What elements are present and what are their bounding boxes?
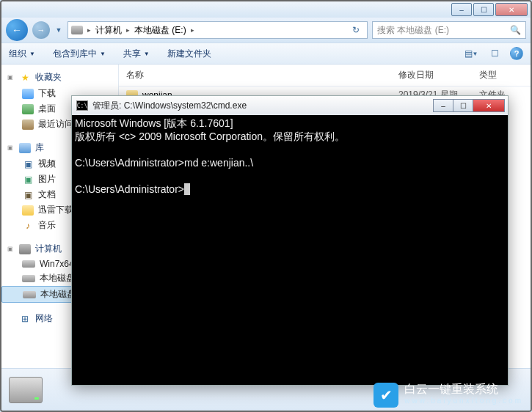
chevron-down-icon: ▼ bbox=[144, 51, 150, 57]
nav-history-dropdown[interactable]: ▼ bbox=[54, 19, 63, 41]
drive-icon bbox=[23, 291, 36, 298]
nav-back-button[interactable]: ← bbox=[6, 19, 28, 41]
cmd-window: C:\ 管理员: C:\Windows\system32\cmd.exe – ☐… bbox=[71, 95, 509, 386]
cmd-icon: C:\ bbox=[76, 100, 88, 111]
drive-large-icon bbox=[9, 377, 43, 403]
view-options-button[interactable]: ▤ ▼ bbox=[463, 46, 479, 61]
watermark-url: www.baiyunxitong.com bbox=[404, 395, 523, 407]
close-button[interactable]: ✕ bbox=[495, 3, 528, 16]
cmd-output[interactable]: Microsoft Windows [版本 6.1.7601] 版权所有 <c>… bbox=[72, 115, 508, 385]
video-icon: ▣ bbox=[22, 159, 34, 169]
cmd-maximize-button[interactable]: ☐ bbox=[453, 99, 473, 112]
star-icon: ★ bbox=[19, 73, 31, 83]
cmd-minimize-button[interactable]: – bbox=[433, 99, 453, 112]
folder-icon bbox=[22, 205, 34, 216]
organize-menu[interactable]: 组织▼ bbox=[9, 48, 35, 60]
help-button[interactable]: ? bbox=[510, 47, 523, 60]
search-input[interactable]: 搜索 本地磁盘 (E:) 🔍 bbox=[372, 21, 526, 39]
cmd-close-button[interactable]: ✕ bbox=[473, 99, 505, 112]
computer-icon bbox=[19, 244, 31, 254]
search-placeholder: 搜索 本地磁盘 (E:) bbox=[377, 24, 449, 37]
include-in-library-menu[interactable]: 包含到库中▼ bbox=[53, 48, 106, 60]
library-icon bbox=[19, 143, 31, 153]
drive-icon bbox=[22, 260, 35, 268]
preview-pane-button[interactable]: ☐ bbox=[487, 46, 503, 61]
cmd-title: 管理员: C:\Windows\system32\cmd.exe bbox=[92, 100, 434, 112]
drive-icon bbox=[71, 26, 83, 34]
cmd-titlebar[interactable]: C:\ 管理员: C:\Windows\system32\cmd.exe – ☐… bbox=[72, 96, 508, 115]
window-titlebar: – ☐ ✕ bbox=[1, 1, 531, 18]
network-icon: ⊞ bbox=[19, 314, 31, 324]
drive-icon bbox=[22, 275, 35, 282]
toolbar: 组织▼ 包含到库中▼ 共享▼ 新建文件夹 ▤ ▼ ☐ ? bbox=[1, 43, 531, 65]
navbar: ← → ▼ ▸ 计算机 ▸ 本地磁盘 (E:) ▸ ↻ 搜索 本地磁盘 (E:)… bbox=[1, 18, 531, 43]
downloads-icon bbox=[22, 89, 34, 99]
chevron-right-icon: ▸ bbox=[189, 26, 196, 34]
breadcrumb-seg-drive[interactable]: 本地磁盘 (E:) bbox=[131, 24, 189, 37]
column-name[interactable]: 名称 bbox=[126, 69, 398, 81]
music-icon: ♪ bbox=[22, 221, 34, 231]
document-icon: ▣ bbox=[22, 190, 34, 200]
search-icon: 🔍 bbox=[510, 25, 521, 35]
recent-icon bbox=[22, 119, 34, 130]
breadcrumb[interactable]: ▸ 计算机 ▸ 本地磁盘 (E:) ▸ ↻ bbox=[68, 21, 368, 39]
refresh-icon[interactable]: ↻ bbox=[348, 25, 364, 35]
picture-icon: ▣ bbox=[22, 174, 34, 185]
watermark-logo-icon: ✔ bbox=[374, 383, 398, 408]
maximize-button[interactable]: ☐ bbox=[473, 3, 494, 16]
desktop-icon bbox=[22, 104, 34, 114]
share-menu[interactable]: 共享▼ bbox=[123, 48, 150, 60]
sidebar-favorites-header[interactable]: ▣★收藏夹 bbox=[1, 69, 118, 86]
nav-forward-button[interactable]: → bbox=[32, 21, 50, 39]
cursor: _ bbox=[184, 183, 190, 195]
chevron-down-icon: ▼ bbox=[100, 51, 106, 57]
watermark: ✔ 白云一键重装系统 www.baiyunxitong.com bbox=[374, 383, 523, 408]
breadcrumb-seg-computer[interactable]: 计算机 bbox=[92, 24, 125, 37]
watermark-text: 白云一键重装系统 bbox=[404, 383, 523, 395]
chevron-right-icon: ▸ bbox=[125, 26, 131, 34]
column-type[interactable]: 类型 bbox=[479, 69, 523, 81]
chevron-right-icon: ▸ bbox=[86, 26, 92, 34]
column-headers: 名称 修改日期 类型 bbox=[119, 65, 531, 87]
chevron-down-icon: ▼ bbox=[29, 51, 35, 57]
column-date[interactable]: 修改日期 bbox=[398, 69, 479, 81]
new-folder-button[interactable]: 新建文件夹 bbox=[167, 48, 211, 60]
minimize-button[interactable]: – bbox=[451, 3, 472, 16]
